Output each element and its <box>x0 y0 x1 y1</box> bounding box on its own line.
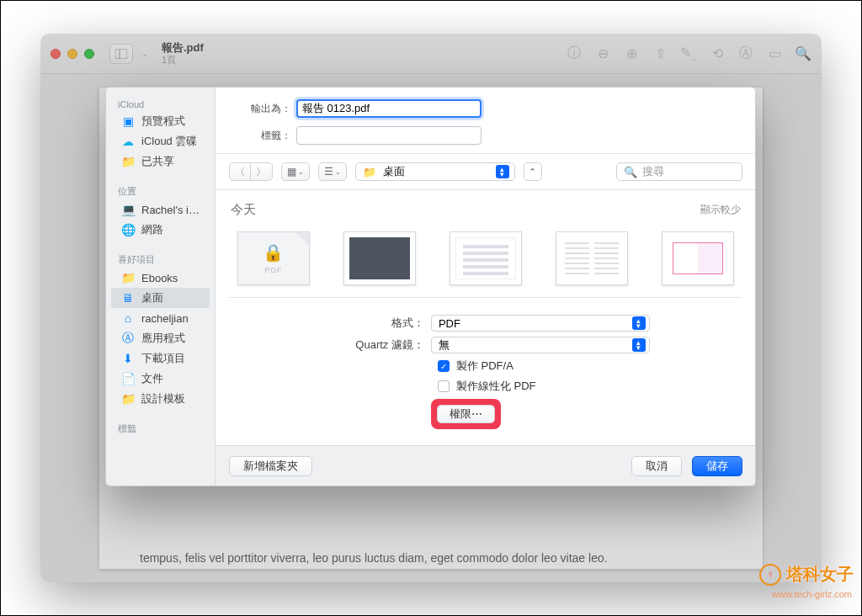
sidebar-item-applications[interactable]: Ⓐ 應用程式 <box>111 328 210 348</box>
sidebar-item-label: 應用程式 <box>141 331 185 346</box>
pdf-badge: PDF <box>264 266 282 274</box>
search-field[interactable]: 🔍 搜尋 <box>616 162 742 181</box>
downloads-icon: ⬇ <box>121 352 135 365</box>
sidebar-heading-tags: 標籤 <box>106 417 215 437</box>
watermark-url: www.tech-girlz.com <box>772 589 852 599</box>
linearize-label: 製作線性化 PDF <box>456 379 536 394</box>
search-placeholder: 搜尋 <box>642 164 664 179</box>
sidebar-item-label: 下載項目 <box>141 351 185 366</box>
sidebar-item-documents[interactable]: 📄 文件 <box>111 369 210 389</box>
new-folder-button[interactable]: 新增檔案夾 <box>229 456 312 476</box>
sidebar-item-ebooks[interactable]: 📁 Ebooks <box>111 268 210 288</box>
save-sidebar: iCloud ▣ 預覽程式 ☁ iCloud 雲碟 📁 已共享 位置 💻 Rac… <box>106 88 216 486</box>
location-label: 桌面 <box>383 164 405 179</box>
stepper-icon <box>632 338 646 352</box>
watermark-brand: 塔科女子 <box>786 563 854 586</box>
linearize-checkbox-row[interactable]: 製作線性化 PDF <box>438 379 742 394</box>
network-icon: 🌐 <box>121 223 135 236</box>
cloud-icon: ☁ <box>121 135 135 148</box>
quartz-filter-label: Quartz 濾鏡： <box>229 337 431 353</box>
file-thumb[interactable] <box>343 231 416 285</box>
lock-icon: 🔒 <box>263 242 284 263</box>
sidebar-item-computer[interactable]: 💻 Rachel's i… <box>111 199 210 220</box>
folder-icon: 📁 <box>121 392 135 406</box>
history-nav: 〈 〉 <box>229 162 273 181</box>
sidebar-item-label: 預覽程式 <box>141 114 185 129</box>
app-icon: ▣ <box>121 114 135 128</box>
sidebar-item-home[interactable]: ⌂ racheljian <box>111 308 210 328</box>
sidebar-item-preview[interactable]: ▣ 預覽程式 <box>111 111 210 131</box>
show-less-link[interactable]: 顯示較少 <box>700 203 741 217</box>
folder-icon: 📁 <box>363 166 376 178</box>
sidebar-heading-favorites: 喜好項目 <box>106 248 215 268</box>
pdfa-label: 製作 PDF/A <box>456 358 513 374</box>
sidebar-item-label: 桌面 <box>141 290 163 305</box>
filename-input[interactable] <box>302 103 476 115</box>
sidebar-item-label: Rachel's i… <box>141 204 200 216</box>
filename-field[interactable] <box>296 99 482 118</box>
sidebar-item-templates[interactable]: 📁 設計模板 <box>111 389 210 409</box>
file-thumb-pdf[interactable]: 🔒 PDF <box>237 231 310 285</box>
home-icon: ⌂ <box>121 311 135 325</box>
save-main: 輸出為： 標籤： 〈 〉 ▦ ⌄ ☰ ⌄ 📁 桌面 ⌃ <box>216 88 756 486</box>
stepper-icon <box>496 165 509 178</box>
applications-icon: Ⓐ <box>121 332 135 345</box>
sidebar-item-desktop[interactable]: 🖥 桌面 <box>111 288 210 308</box>
export-save-sheet: iCloud ▣ 預覽程式 ☁ iCloud 雲碟 📁 已共享 位置 💻 Rac… <box>105 87 756 486</box>
cancel-button[interactable]: 取消 <box>631 456 682 476</box>
sidebar-heading-icloud: iCloud <box>106 94 215 111</box>
view-icon-button[interactable]: ▦ ⌄ <box>281 162 310 181</box>
save-footer: 新增檔案夾 取消 儲存 <box>216 445 756 486</box>
sidebar-item-label: 設計模板 <box>141 391 185 406</box>
back-button[interactable]: 〈 <box>229 162 251 181</box>
checkbox-icon: ✓ <box>438 360 450 372</box>
export-options: 格式： PDF Quartz 濾鏡： 無 ✓ 製作 PDF/A <box>229 297 742 438</box>
sidebar-item-icloud-drive[interactable]: ☁ iCloud 雲碟 <box>111 131 210 151</box>
sidebar-item-label: 已共享 <box>141 154 174 169</box>
folder-icon: 📁 <box>121 271 135 284</box>
save-name-area: 輸出為： 標籤： <box>216 88 756 154</box>
collapse-button[interactable]: ⌃ <box>524 162 542 181</box>
format-select[interactable]: PDF <box>431 315 650 332</box>
tags-label: 標籤： <box>232 129 296 143</box>
file-grid: 🔒 PDF <box>229 226 742 297</box>
sidebar-item-shared[interactable]: 📁 已共享 <box>111 151 210 172</box>
forward-button[interactable]: 〉 <box>251 162 273 181</box>
sidebar-heading-locations: 位置 <box>106 180 215 199</box>
shared-folder-icon: 📁 <box>121 155 135 168</box>
sidebar-item-label: racheljian <box>141 312 189 325</box>
export-as-label: 輸出為： <box>232 102 296 116</box>
format-label: 格式： <box>229 316 431 331</box>
file-thumb[interactable] <box>556 231 628 285</box>
location-popup[interactable]: 📁 桌面 <box>355 162 515 181</box>
save-nav-row: 〈 〉 ▦ ⌄ ☰ ⌄ 📁 桌面 ⌃ 🔍 搜尋 <box>216 154 756 190</box>
sidebar-item-label: iCloud 雲碟 <box>141 134 197 149</box>
sidebar-item-label: 文件 <box>141 371 163 386</box>
save-button[interactable]: 儲存 <box>692 456 742 476</box>
group-heading: 今天 <box>231 202 256 218</box>
file-thumb[interactable] <box>450 231 522 285</box>
sidebar-item-network[interactable]: 🌐 網路 <box>111 220 210 240</box>
pdfa-checkbox-row[interactable]: ✓ 製作 PDF/A <box>438 358 742 374</box>
quartz-filter-select[interactable]: 無 <box>431 337 650 353</box>
watermark: ♀ 塔科女子 <box>759 563 854 586</box>
desktop-icon: 🖥 <box>121 291 135 305</box>
documents-icon: 📄 <box>121 372 135 385</box>
laptop-icon: 💻 <box>121 203 135 216</box>
file-browser[interactable]: 今天 顯示較少 🔒 PDF 格式： PDF <box>216 190 756 445</box>
quartz-filter-value: 無 <box>439 337 450 353</box>
tags-field[interactable] <box>296 126 482 145</box>
sidebar-item-label: 網路 <box>141 222 163 237</box>
watermark-logo-icon: ♀ <box>759 564 781 586</box>
stepper-icon <box>632 316 646 330</box>
permissions-button[interactable]: 權限⋯ <box>437 405 495 423</box>
file-thumb[interactable] <box>662 231 734 285</box>
format-value: PDF <box>439 317 460 330</box>
checkbox-icon <box>438 380 450 392</box>
sidebar-item-downloads[interactable]: ⬇ 下載項目 <box>111 348 210 369</box>
group-by-button[interactable]: ☰ ⌄ <box>318 162 347 181</box>
sidebar-item-label: Ebooks <box>141 272 178 284</box>
search-icon: 🔍 <box>624 166 637 178</box>
permissions-highlight: 權限⋯ <box>431 399 501 429</box>
